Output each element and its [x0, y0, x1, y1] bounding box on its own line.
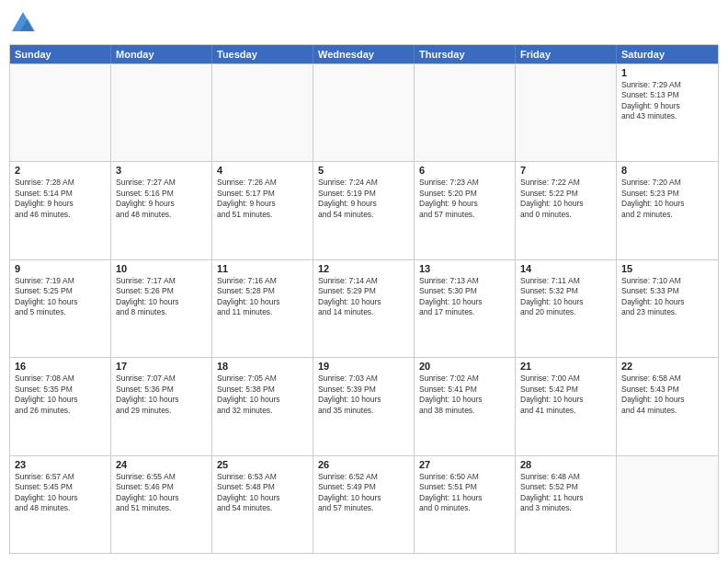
week-row-5: 23Sunrise: 6:57 AM Sunset: 5:45 PM Dayli… [10, 455, 718, 553]
day-number: 2 [15, 165, 106, 176]
day-number: 4 [217, 165, 308, 176]
day-info: Sunrise: 7:11 AM Sunset: 5:32 PM Dayligh… [520, 276, 611, 318]
table-row [212, 64, 313, 161]
table-row: 1Sunrise: 7:29 AM Sunset: 5:13 PM Daylig… [617, 64, 718, 161]
day-number: 5 [318, 165, 409, 176]
day-info: Sunrise: 7:07 AM Sunset: 5:36 PM Dayligh… [116, 373, 207, 416]
table-row: 4Sunrise: 7:26 AM Sunset: 5:17 PM Daylig… [212, 162, 313, 259]
day-info: Sunrise: 6:50 AM Sunset: 5:51 PM Dayligh… [419, 472, 510, 514]
table-row [516, 64, 617, 161]
table-row: 13Sunrise: 7:13 AM Sunset: 5:30 PM Dayli… [415, 260, 516, 357]
day-number: 13 [419, 263, 510, 274]
day-info: Sunrise: 7:13 AM Sunset: 5:30 PM Dayligh… [419, 276, 510, 318]
table-row: 17Sunrise: 7:07 AM Sunset: 5:36 PM Dayli… [111, 358, 212, 454]
table-row: 9Sunrise: 7:19 AM Sunset: 5:25 PM Daylig… [10, 260, 111, 357]
table-row: 26Sunrise: 6:52 AM Sunset: 5:49 PM Dayli… [313, 456, 415, 553]
day-info: Sunrise: 7:26 AM Sunset: 5:17 PM Dayligh… [217, 178, 308, 220]
day-number: 12 [318, 263, 409, 274]
day-number: 9 [15, 263, 106, 274]
day-info: Sunrise: 6:48 AM Sunset: 5:52 PM Dayligh… [520, 472, 611, 514]
day-number: 20 [419, 361, 510, 372]
day-info: Sunrise: 7:23 AM Sunset: 5:20 PM Dayligh… [419, 178, 510, 220]
day-info: Sunrise: 7:02 AM Sunset: 5:41 PM Dayligh… [419, 373, 510, 416]
day-info: Sunrise: 7:17 AM Sunset: 5:26 PM Dayligh… [116, 276, 207, 318]
header-cell-friday: Friday [516, 45, 617, 63]
table-row: 6Sunrise: 7:23 AM Sunset: 5:20 PM Daylig… [415, 162, 516, 259]
header-cell-sunday: Sunday [10, 45, 111, 63]
logo [9, 9, 40, 37]
day-info: Sunrise: 7:10 AM Sunset: 5:33 PM Dayligh… [621, 276, 713, 318]
day-number: 23 [15, 459, 106, 470]
calendar: SundayMondayTuesdayWednesdayThursdayFrid… [9, 44, 719, 554]
day-number: 11 [217, 263, 308, 274]
table-row: 5Sunrise: 7:24 AM Sunset: 5:19 PM Daylig… [313, 162, 415, 259]
day-info: Sunrise: 6:53 AM Sunset: 5:48 PM Dayligh… [217, 472, 308, 514]
day-info: Sunrise: 7:22 AM Sunset: 5:22 PM Dayligh… [520, 178, 611, 220]
day-number: 10 [116, 263, 207, 274]
week-row-4: 16Sunrise: 7:08 AM Sunset: 5:35 PM Dayli… [10, 357, 718, 454]
header-cell-wednesday: Wednesday [313, 45, 415, 63]
table-row: 7Sunrise: 7:22 AM Sunset: 5:22 PM Daylig… [516, 162, 617, 259]
calendar-header-row: SundayMondayTuesdayWednesdayThursdayFrid… [10, 45, 718, 63]
day-info: Sunrise: 7:14 AM Sunset: 5:29 PM Dayligh… [318, 276, 409, 318]
calendar-body: 1Sunrise: 7:29 AM Sunset: 5:13 PM Daylig… [10, 63, 718, 553]
day-info: Sunrise: 7:20 AM Sunset: 5:23 PM Dayligh… [621, 178, 713, 220]
table-row: 3Sunrise: 7:27 AM Sunset: 5:16 PM Daylig… [111, 162, 212, 259]
day-number: 26 [318, 459, 409, 470]
day-info: Sunrise: 7:19 AM Sunset: 5:25 PM Dayligh… [15, 276, 106, 318]
table-row: 25Sunrise: 6:53 AM Sunset: 5:48 PM Dayli… [212, 456, 313, 553]
day-info: Sunrise: 7:08 AM Sunset: 5:35 PM Dayligh… [15, 373, 106, 416]
day-info: Sunrise: 7:28 AM Sunset: 5:14 PM Dayligh… [15, 178, 106, 220]
table-row [313, 64, 415, 161]
day-info: Sunrise: 7:03 AM Sunset: 5:39 PM Dayligh… [318, 373, 409, 416]
table-row: 28Sunrise: 6:48 AM Sunset: 5:52 PM Dayli… [516, 456, 617, 553]
header-cell-monday: Monday [111, 45, 212, 63]
header-cell-thursday: Thursday [415, 45, 516, 63]
table-row: 16Sunrise: 7:08 AM Sunset: 5:35 PM Dayli… [10, 358, 111, 454]
day-info: Sunrise: 7:24 AM Sunset: 5:19 PM Dayligh… [318, 178, 409, 220]
table-row: 27Sunrise: 6:50 AM Sunset: 5:51 PM Dayli… [415, 456, 516, 553]
table-row: 10Sunrise: 7:17 AM Sunset: 5:26 PM Dayli… [111, 260, 212, 357]
day-info: Sunrise: 7:27 AM Sunset: 5:16 PM Dayligh… [116, 178, 207, 220]
day-info: Sunrise: 7:00 AM Sunset: 5:42 PM Dayligh… [520, 373, 611, 416]
table-row: 20Sunrise: 7:02 AM Sunset: 5:41 PM Dayli… [415, 358, 516, 454]
day-number: 25 [217, 459, 308, 470]
day-number: 24 [116, 459, 207, 470]
header-cell-saturday: Saturday [617, 45, 718, 63]
day-number: 6 [419, 165, 510, 176]
table-row: 12Sunrise: 7:14 AM Sunset: 5:29 PM Dayli… [313, 260, 415, 357]
header-cell-tuesday: Tuesday [212, 45, 313, 63]
day-number: 27 [419, 459, 510, 470]
page: SundayMondayTuesdayWednesdayThursdayFrid… [0, 0, 728, 563]
day-info: Sunrise: 6:52 AM Sunset: 5:49 PM Dayligh… [318, 472, 409, 514]
day-number: 1 [621, 67, 713, 78]
table-row: 8Sunrise: 7:20 AM Sunset: 5:23 PM Daylig… [617, 162, 718, 259]
table-row: 21Sunrise: 7:00 AM Sunset: 5:42 PM Dayli… [516, 358, 617, 454]
day-number: 8 [621, 165, 713, 176]
day-number: 16 [15, 361, 106, 372]
day-number: 7 [520, 165, 611, 176]
week-row-2: 2Sunrise: 7:28 AM Sunset: 5:14 PM Daylig… [10, 161, 718, 259]
day-number: 22 [621, 361, 713, 372]
day-info: Sunrise: 7:05 AM Sunset: 5:38 PM Dayligh… [217, 373, 308, 416]
day-number: 17 [116, 361, 207, 372]
day-number: 14 [520, 263, 611, 274]
table-row [111, 64, 212, 161]
logo-icon [9, 9, 37, 37]
header [9, 9, 719, 37]
table-row: 14Sunrise: 7:11 AM Sunset: 5:32 PM Dayli… [516, 260, 617, 357]
table-row [10, 64, 111, 161]
table-row: 11Sunrise: 7:16 AM Sunset: 5:28 PM Dayli… [212, 260, 313, 357]
table-row: 15Sunrise: 7:10 AM Sunset: 5:33 PM Dayli… [617, 260, 718, 357]
table-row: 24Sunrise: 6:55 AM Sunset: 5:46 PM Dayli… [111, 456, 212, 553]
week-row-3: 9Sunrise: 7:19 AM Sunset: 5:25 PM Daylig… [10, 259, 718, 357]
day-number: 3 [116, 165, 207, 176]
day-info: Sunrise: 6:57 AM Sunset: 5:45 PM Dayligh… [15, 472, 106, 514]
day-info: Sunrise: 6:55 AM Sunset: 5:46 PM Dayligh… [116, 472, 207, 514]
table-row: 2Sunrise: 7:28 AM Sunset: 5:14 PM Daylig… [10, 162, 111, 259]
table-row: 23Sunrise: 6:57 AM Sunset: 5:45 PM Dayli… [10, 456, 111, 553]
table-row: 18Sunrise: 7:05 AM Sunset: 5:38 PM Dayli… [212, 358, 313, 454]
day-number: 15 [621, 263, 713, 274]
day-number: 18 [217, 361, 308, 372]
table-row [617, 456, 718, 553]
